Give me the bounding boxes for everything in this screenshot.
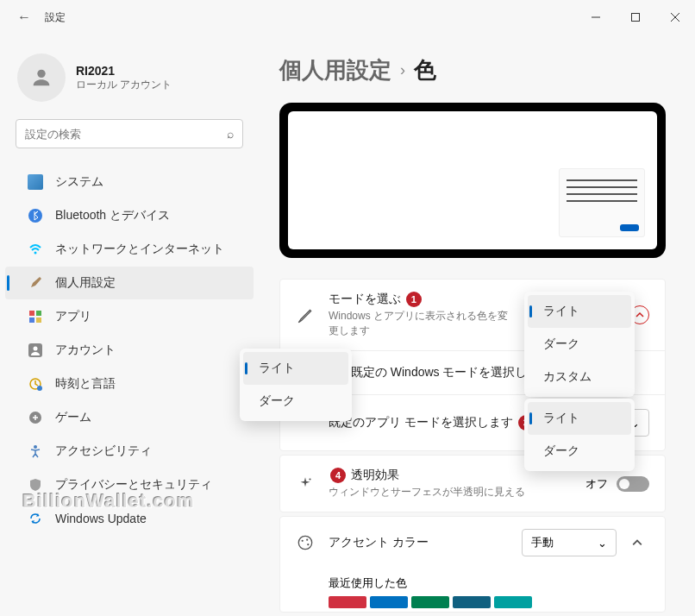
theme-preview <box>279 103 666 258</box>
popup-option-dark[interactable]: ダーク <box>243 385 348 418</box>
nav-privacy[interactable]: プライバシーとセキュリティ <box>5 468 254 501</box>
nav-bluetooth[interactable]: Bluetooth とデバイス <box>5 199 254 232</box>
sidebar: RI2021 ローカル アカウント ⌕ システム Bluetooth とデバイス… <box>0 35 259 616</box>
account-icon <box>28 343 43 358</box>
username: RI2021 <box>76 64 172 78</box>
badge-1: 1 <box>406 292 422 307</box>
chevron-down-icon: ⌄ <box>598 537 607 550</box>
svg-point-19 <box>302 540 304 542</box>
brush-icon <box>28 275 43 291</box>
badge-4: 4 <box>330 468 346 483</box>
nav-update[interactable]: Windows Update <box>5 502 254 535</box>
nav-network[interactable]: ネットワークとインターネット <box>5 233 254 266</box>
popup-option-light[interactable]: ライト <box>528 402 631 435</box>
nav-time[interactable]: 時刻と言語 <box>5 368 254 400</box>
color-swatches <box>280 596 665 612</box>
popup-option-dark[interactable]: ダーク <box>528 435 631 468</box>
toggle-state-label: オフ <box>585 476 608 492</box>
nav-gaming[interactable]: ゲーム <box>5 401 254 434</box>
maximize-button[interactable] <box>616 0 655 35</box>
popup-option-light[interactable]: ライト <box>528 295 631 328</box>
nav-system[interactable]: システム <box>5 166 254 198</box>
apps-icon <box>28 309 43 324</box>
svg-rect-1 <box>632 14 640 22</box>
close-button[interactable] <box>655 0 695 35</box>
palette-icon <box>296 533 315 552</box>
nav-accessibility[interactable]: アクセシビリティ <box>5 435 254 468</box>
accessibility-icon <box>28 443 43 459</box>
breadcrumb-parent[interactable]: 個人用設定 <box>279 55 391 85</box>
search-icon: ⌕ <box>227 127 234 141</box>
svg-point-17 <box>309 478 310 480</box>
user-section[interactable]: RI2021 ローカル アカウント <box>0 43 259 119</box>
shield-icon <box>28 477 43 493</box>
breadcrumb-current: 色 <box>414 55 436 85</box>
svg-rect-9 <box>29 317 34 323</box>
color-swatch[interactable] <box>370 596 408 608</box>
clock-icon <box>28 376 43 392</box>
recent-colors-label: 最近使用した色 <box>280 569 665 596</box>
svg-point-16 <box>34 445 37 449</box>
back-button[interactable]: ← <box>17 9 31 25</box>
color-swatch[interactable] <box>494 596 532 608</box>
wifi-icon <box>28 242 43 257</box>
popup-option-light[interactable]: ライト <box>243 352 348 385</box>
svg-point-18 <box>298 537 311 550</box>
windows-mode-popup: ライト ダーク <box>240 349 352 421</box>
nav-accounts[interactable]: アカウント <box>5 334 254 367</box>
mode-popup: ライト ダーク カスタム <box>524 292 635 397</box>
svg-point-20 <box>306 539 308 541</box>
window-title: 設定 <box>45 10 66 25</box>
update-icon <box>28 511 43 526</box>
svg-point-12 <box>34 347 38 351</box>
titlebar: ← 設定 <box>0 0 695 35</box>
account-type: ローカル アカウント <box>76 78 172 92</box>
svg-point-4 <box>37 70 45 78</box>
minimize-button[interactable] <box>576 0 616 35</box>
expand-button[interactable] <box>625 531 649 555</box>
svg-rect-10 <box>36 317 41 323</box>
gaming-icon <box>28 410 43 425</box>
search-input[interactable] <box>25 128 227 141</box>
transparency-toggle[interactable] <box>617 476 649 492</box>
breadcrumb: 個人用設定 › 色 <box>279 55 666 85</box>
avatar <box>17 53 66 102</box>
svg-point-5 <box>28 209 42 223</box>
nav-personalize[interactable]: 個人用設定 <box>5 267 254 299</box>
brush-icon <box>296 305 315 324</box>
app-mode-popup: ライト ダーク <box>524 399 635 471</box>
color-swatch[interactable] <box>329 596 366 608</box>
accent-dropdown[interactable]: 手動⌄ <box>522 529 617 556</box>
svg-rect-7 <box>29 311 34 316</box>
setting-accent-color: アクセント カラー 手動⌄ 最近使用した色 <box>279 516 666 613</box>
search-box[interactable]: ⌕ <box>16 119 243 148</box>
popup-option-custom[interactable]: カスタム <box>528 361 631 393</box>
svg-point-21 <box>307 544 309 545</box>
sparkle-icon <box>296 475 315 493</box>
system-icon <box>28 174 43 190</box>
svg-rect-8 <box>36 311 41 316</box>
nav-apps[interactable]: アプリ <box>5 300 254 333</box>
color-swatch[interactable] <box>453 596 491 608</box>
bluetooth-icon <box>28 208 43 223</box>
svg-point-6 <box>34 252 37 255</box>
chevron-right-icon: › <box>400 61 405 79</box>
svg-point-14 <box>37 386 42 391</box>
color-swatch[interactable] <box>411 596 449 608</box>
popup-option-dark[interactable]: ダーク <box>528 328 631 361</box>
